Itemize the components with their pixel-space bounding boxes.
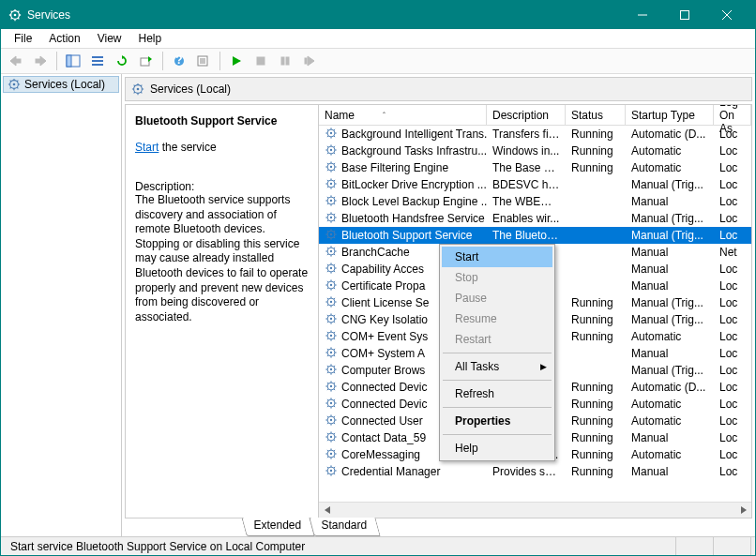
- ctx-start[interactable]: Start: [442, 247, 552, 267]
- svg-point-63: [330, 368, 332, 369]
- table-row[interactable]: Bluetooth Support ServiceThe Bluetoo...M…: [319, 227, 751, 244]
- ctx-separator: [443, 434, 552, 435]
- menu-file[interactable]: File: [7, 30, 39, 47]
- table-row[interactable]: Background Intelligent Trans...Transfers…: [319, 126, 751, 143]
- view-tabs: Extended Standard: [244, 518, 755, 536]
- cell-logon: Loc: [714, 212, 751, 225]
- start-service-link[interactable]: Start: [135, 141, 159, 154]
- cell-logon: Loc: [714, 229, 751, 242]
- ctx-resume[interactable]: Resume: [442, 308, 552, 329]
- gear-icon: [325, 194, 338, 210]
- pause-service-button[interactable]: [274, 50, 296, 72]
- ctx-stop[interactable]: Stop: [442, 267, 552, 288]
- minimize-button[interactable]: [621, 1, 663, 29]
- ctx-all-tasks[interactable]: All Tasks▶: [442, 356, 552, 377]
- column-startup-type[interactable]: Startup Type: [626, 105, 714, 125]
- gear-icon: [325, 143, 338, 159]
- gear-icon: [325, 380, 338, 396]
- cell-logon: Loc: [714, 398, 751, 411]
- svg-rect-25: [257, 57, 265, 65]
- status-spacer: [714, 537, 751, 555]
- menu-bar: File Action View Help: [1, 29, 755, 48]
- details-button[interactable]: [86, 50, 109, 72]
- title-bar: Services: [1, 1, 755, 29]
- svg-point-1: [14, 14, 17, 17]
- svg-rect-27: [286, 57, 289, 65]
- table-row[interactable]: Background Tasks Infrastru...Windows in.…: [319, 143, 751, 159]
- ctx-separator: [443, 407, 552, 408]
- svg-rect-13: [92, 60, 103, 62]
- cell-startup: Manual: [626, 246, 714, 259]
- cell-name: Block Level Backup Engine ...: [319, 194, 487, 210]
- stop-service-button[interactable]: [249, 50, 272, 72]
- cell-status: Running: [566, 161, 626, 174]
- gear-icon: [325, 245, 338, 261]
- cell-startup: Manual (Trig...: [626, 229, 714, 242]
- menu-view[interactable]: View: [90, 30, 129, 47]
- table-row[interactable]: BitLocker Drive Encryption ...BDESVC hos…: [319, 176, 751, 193]
- svg-text:?: ?: [175, 54, 182, 67]
- svg-point-49: [330, 249, 332, 251]
- cell-startup: Automatic (D...: [626, 128, 714, 141]
- cell-name: Background Tasks Infrastru...: [319, 143, 487, 159]
- cell-logon: Loc: [714, 263, 751, 276]
- refresh-button[interactable]: [111, 50, 133, 72]
- svg-point-71: [330, 435, 332, 437]
- table-row[interactable]: Base Filtering EngineThe Base Fil...Runn…: [319, 159, 751, 176]
- tree-node-services-local[interactable]: Services (Local): [3, 76, 119, 93]
- horizontal-scrollbar[interactable]: [319, 502, 751, 518]
- svg-point-69: [330, 418, 332, 420]
- back-button[interactable]: [5, 50, 27, 72]
- cell-name: Bluetooth Handsfree Service: [319, 211, 487, 227]
- status-spacer: [676, 537, 714, 555]
- restart-service-button[interactable]: [298, 50, 321, 72]
- table-row[interactable]: Bluetooth Handsfree ServiceEnables wir..…: [319, 210, 751, 227]
- column-logon[interactable]: Log On As: [714, 105, 751, 125]
- gear-icon: [325, 413, 338, 429]
- column-description[interactable]: Description: [487, 105, 566, 125]
- svg-point-39: [330, 165, 332, 167]
- show-hide-tree-button[interactable]: [62, 50, 84, 72]
- svg-point-37: [330, 148, 332, 150]
- column-name[interactable]: Nameˆ: [319, 105, 487, 125]
- menu-help[interactable]: Help: [131, 30, 170, 47]
- scroll-left-icon[interactable]: [321, 503, 335, 518]
- cell-name: BitLocker Drive Encryption ...: [319, 177, 487, 193]
- svg-rect-16: [141, 58, 149, 66]
- cell-name: Background Intelligent Trans...: [319, 127, 487, 143]
- svg-point-55: [330, 300, 332, 302]
- tab-standard[interactable]: Standard: [309, 518, 380, 536]
- tree-node-label: Services (Local): [24, 78, 105, 91]
- menu-action[interactable]: Action: [41, 30, 87, 47]
- cell-logon: Net: [714, 246, 751, 259]
- context-menu: Start Stop Pause Resume Restart All Task…: [439, 244, 555, 461]
- scroll-right-icon[interactable]: [735, 503, 749, 518]
- start-service-button[interactable]: [225, 50, 248, 72]
- cell-description: The WBENG...: [487, 195, 566, 208]
- ctx-help[interactable]: Help: [442, 438, 552, 458]
- tab-extended[interactable]: Extended: [241, 518, 314, 536]
- forward-button[interactable]: [29, 50, 52, 72]
- cell-logon: Loc: [714, 161, 751, 174]
- column-status[interactable]: Status: [566, 105, 626, 125]
- close-button[interactable]: [705, 1, 748, 29]
- properties-button[interactable]: [192, 50, 215, 72]
- toolbar-separator: [219, 52, 220, 70]
- maximize-button[interactable]: [663, 1, 705, 29]
- help-button[interactable]: ?: [168, 50, 190, 72]
- svg-rect-7: [15, 59, 21, 63]
- table-row[interactable]: Credential ManagerProvides se...RunningM…: [319, 463, 751, 480]
- ctx-restart[interactable]: Restart: [442, 329, 552, 350]
- cell-logon: Loc: [714, 313, 751, 326]
- export-button[interactable]: [135, 50, 158, 72]
- cell-status: Running: [566, 381, 626, 394]
- cell-status: Running: [566, 398, 626, 411]
- cell-startup: Automatic: [626, 448, 714, 461]
- gear-icon: [325, 278, 338, 294]
- ctx-properties[interactable]: Properties: [442, 411, 552, 431]
- svg-point-35: [330, 131, 332, 133]
- ctx-pause[interactable]: Pause: [442, 288, 552, 308]
- gear-icon: [325, 177, 338, 193]
- ctx-refresh[interactable]: Refresh: [442, 383, 552, 404]
- table-row[interactable]: Block Level Backup Engine ...The WBENG..…: [319, 193, 751, 210]
